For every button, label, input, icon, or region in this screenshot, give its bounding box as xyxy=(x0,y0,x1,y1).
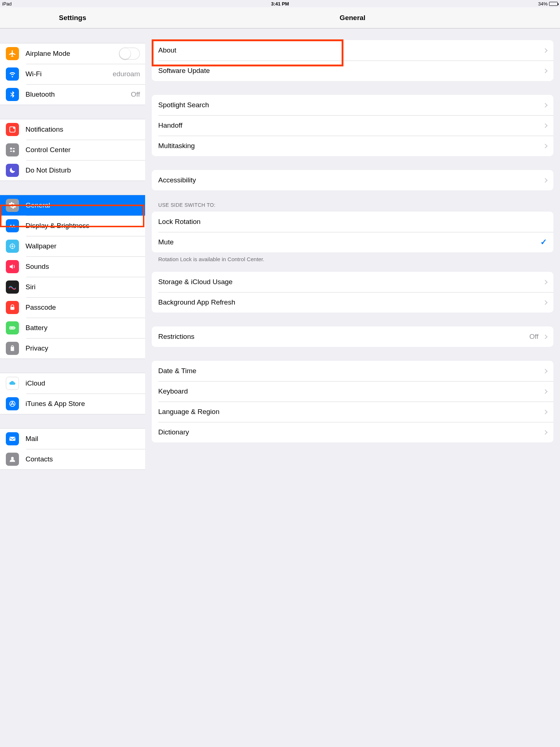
appstore-icon xyxy=(6,397,19,410)
sidebar-item-sounds[interactable]: Sounds xyxy=(0,256,145,277)
section-footer: Rotation Lock is available in Control Ce… xyxy=(158,256,350,262)
sidebar-item-label: iTunes & App Store xyxy=(26,400,140,408)
detail-row-label: Language & Region xyxy=(158,408,350,416)
detail-row-language-region[interactable]: Language & Region xyxy=(152,402,350,422)
sidebar-item-contacts[interactable]: Contacts xyxy=(0,449,145,467)
sidebar-group: Notifications Control Center Do Not Dist… xyxy=(0,119,145,181)
detail-row-label: Storage & iCloud Usage xyxy=(158,278,350,286)
detail-row-handoff[interactable]: Handoff xyxy=(152,115,350,136)
airplane-icon xyxy=(6,47,19,60)
notifications-icon xyxy=(6,123,19,136)
detail-row-dictionary[interactable]: Dictionary xyxy=(152,422,350,442)
sidebar-item-label: Airplane Mode xyxy=(26,50,119,58)
detail-row-label: Software Update xyxy=(158,67,350,75)
detail-row-label: Date & Time xyxy=(158,367,350,375)
detail-row-background-refresh[interactable]: Background App Refresh xyxy=(152,292,350,313)
status-bar: iPad 3:41 PM 34% xyxy=(0,0,350,7)
sidebar-item-display[interactable]: AA Display & Brightness xyxy=(0,216,145,236)
sidebar-item-notifications[interactable]: Notifications xyxy=(0,119,145,140)
svg-point-17 xyxy=(11,457,13,460)
mail-icon xyxy=(6,432,19,445)
detail-row-accessibility[interactable]: Accessibility xyxy=(152,170,350,190)
detail-row-label: Keyboard xyxy=(158,387,350,395)
svg-point-2 xyxy=(10,148,12,150)
detail-row-spotlight[interactable]: Spotlight Search xyxy=(152,95,350,115)
sidebar-item-label: Wallpaper xyxy=(26,242,140,250)
detail-row-label: Background App Refresh xyxy=(158,298,350,306)
sidebar-item-battery[interactable]: Battery xyxy=(0,318,145,338)
detail-group: Accessibility xyxy=(152,170,350,190)
battery-icon xyxy=(6,321,19,334)
detail-group: About Software Update xyxy=(152,40,350,81)
detail-row-keyboard[interactable]: Keyboard xyxy=(152,381,350,402)
svg-point-4 xyxy=(13,150,15,152)
sidebar-item-label: Battery xyxy=(26,324,140,332)
bluetooth-icon xyxy=(6,88,19,101)
sidebar-item-label: Do Not Disturb xyxy=(26,166,140,174)
sidebar-item-label: General xyxy=(26,201,140,209)
sidebar-item-label: Notifications xyxy=(26,125,140,133)
sidebar-item-label: Bluetooth xyxy=(26,90,131,98)
detail-row-multitasking[interactable]: Multitasking xyxy=(152,136,350,156)
sidebar-item-control-center[interactable]: Control Center xyxy=(0,140,145,160)
sidebar-item-label: Control Center xyxy=(26,146,140,154)
detail-row-lock-rotation[interactable]: Lock Rotation xyxy=(152,212,350,232)
svg-rect-5 xyxy=(10,151,12,152)
sidebar-item-icloud[interactable]: iCloud xyxy=(0,373,145,394)
detail-row-label: Accessibility xyxy=(158,176,350,184)
sidebar-group: Mail Contacts xyxy=(0,428,145,467)
sidebar-item-airplane-mode[interactable]: Airplane Mode xyxy=(0,43,145,64)
detail-row-label: Dictionary xyxy=(158,428,350,436)
control-center-icon xyxy=(6,143,19,156)
sidebar-group: General AA Display & Brightness Wallpape… xyxy=(0,195,145,359)
detail-row-label: Multitasking xyxy=(158,142,350,150)
sidebar-item-label: Privacy xyxy=(26,344,140,352)
lock-icon xyxy=(6,301,19,314)
svg-rect-3 xyxy=(13,148,15,149)
sidebar-group: Airplane Mode Wi-Fi eduroam Bluetooth Of… xyxy=(0,43,145,105)
sidebar-item-passcode[interactable]: Passcode xyxy=(0,297,145,318)
privacy-icon xyxy=(6,342,19,355)
bluetooth-value: Off xyxy=(131,90,140,98)
sidebar-item-label: Passcode xyxy=(26,303,140,311)
contacts-icon xyxy=(6,453,19,466)
sidebar-item-general[interactable]: General xyxy=(0,195,145,216)
display-icon: AA xyxy=(6,219,19,232)
sidebar-item-label: Siri xyxy=(26,283,140,291)
icloud-icon xyxy=(6,377,19,390)
detail-row-about[interactable]: About xyxy=(152,40,350,61)
sidebar-item-appstore[interactable]: iTunes & App Store xyxy=(0,394,145,414)
sidebar-item-bluetooth[interactable]: Bluetooth Off xyxy=(0,84,145,105)
sidebar-item-mail[interactable]: Mail xyxy=(0,429,145,449)
svg-text:AA: AA xyxy=(9,224,15,228)
detail-row-label: Restrictions xyxy=(158,333,350,341)
detail-row-storage[interactable]: Storage & iCloud Usage xyxy=(152,272,350,292)
detail-row-restrictions[interactable]: Restrictions Off xyxy=(152,326,350,347)
sidebar-group: iCloud iTunes & App Store xyxy=(0,373,145,414)
sidebar-item-wifi[interactable]: Wi-Fi eduroam xyxy=(0,64,145,84)
sidebar-item-label: Mail xyxy=(26,435,140,443)
detail-row-label: Spotlight Search xyxy=(158,101,350,109)
detail-group: Lock Rotation Mute ✓ xyxy=(152,212,350,252)
sidebar-item-wallpaper[interactable]: Wallpaper xyxy=(0,236,145,256)
detail-row-mute[interactable]: Mute ✓ xyxy=(152,232,350,252)
detail-group: Spotlight Search Handoff Multitasking xyxy=(152,95,350,156)
sidebar-item-siri[interactable]: Siri xyxy=(0,277,145,297)
detail-row-label: Handoff xyxy=(158,121,350,129)
device-label: iPad xyxy=(2,1,12,7)
detail-row-date-time[interactable]: Date & Time xyxy=(152,361,350,381)
detail-group: Restrictions Off xyxy=(152,326,350,347)
sidebar-item-do-not-disturb[interactable]: Do Not Disturb xyxy=(0,160,145,181)
detail-row-software-update[interactable]: Software Update xyxy=(152,61,350,81)
airplane-toggle[interactable] xyxy=(119,47,140,60)
detail-group: Storage & iCloud Usage Background App Re… xyxy=(152,272,350,313)
detail-row-label: Lock Rotation xyxy=(158,218,350,226)
svg-point-1 xyxy=(13,127,15,129)
sidebar-item-label: iCloud xyxy=(26,379,140,387)
detail-row-label: About xyxy=(158,46,350,54)
section-header: USE SIDE SWITCH TO: xyxy=(158,202,350,208)
sidebar-item-label: Wi-Fi xyxy=(26,70,113,78)
sidebar-item-label: Sounds xyxy=(26,263,140,271)
detail-title: General xyxy=(145,7,350,28)
sidebar-item-privacy[interactable]: Privacy xyxy=(0,338,145,359)
